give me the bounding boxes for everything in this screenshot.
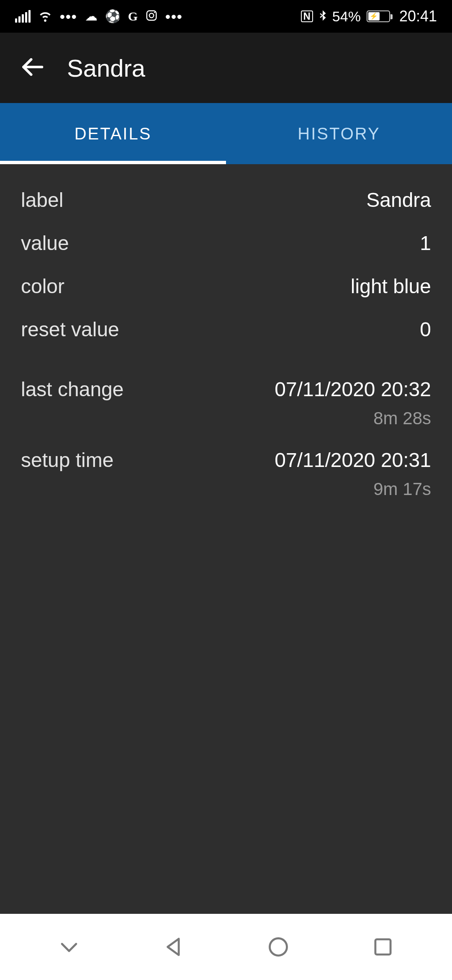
- row-last-change: last change 07/11/2020 20:32: [21, 368, 431, 411]
- circle-home-icon: [266, 935, 290, 959]
- square-recent-icon: [371, 935, 395, 959]
- row-value-key: value: [21, 232, 69, 255]
- row-label-key: label: [21, 188, 63, 211]
- row-setup-time-key: setup time: [21, 449, 113, 472]
- football-icon: ⚽: [105, 10, 121, 23]
- row-setup-time: setup time 07/11/2020 20:31: [21, 436, 431, 482]
- bluetooth-icon: [316, 9, 329, 24]
- row-value-value: 1: [420, 232, 431, 255]
- row-last-change-key: last change: [21, 378, 124, 401]
- app-bar: Sandra: [0, 33, 452, 103]
- svg-point-5: [270, 938, 287, 955]
- google-icon: G: [128, 10, 138, 23]
- tab-details[interactable]: DETAILS: [0, 103, 226, 164]
- page-title: Sandra: [67, 54, 145, 82]
- row-reset-value-value: 0: [420, 318, 431, 341]
- svg-point-1: [149, 13, 154, 18]
- back-button[interactable]: [19, 54, 45, 82]
- nfc-icon: N: [301, 10, 313, 22]
- battery-percent: 54%: [332, 8, 361, 25]
- row-label[interactable]: label Sandra: [21, 178, 431, 222]
- signal-icon: [15, 10, 31, 23]
- row-color-key: color: [21, 275, 64, 298]
- row-label-value: Sandra: [366, 188, 431, 211]
- row-setup-time-ago: 9m 17s: [21, 479, 431, 507]
- row-color-value: light blue: [351, 275, 431, 298]
- svg-marker-4: [168, 939, 179, 955]
- svg-rect-6: [375, 939, 390, 954]
- details-panel: label Sandra value 1 color light blue re…: [0, 164, 452, 914]
- status-clock: 20:41: [399, 8, 437, 25]
- chevron-down-icon: [57, 935, 81, 959]
- row-reset-value[interactable]: reset value 0: [21, 308, 431, 351]
- tab-history[interactable]: HISTORY: [226, 103, 452, 164]
- arrow-left-icon: [19, 54, 45, 80]
- nav-back-button[interactable]: [159, 932, 188, 962]
- battery-icon: ⚡: [367, 10, 390, 22]
- overflow-dots-icon: •••: [165, 8, 183, 25]
- nav-home-button[interactable]: [264, 932, 293, 962]
- svg-point-2: [154, 12, 155, 13]
- row-reset-key: reset value: [21, 318, 119, 341]
- row-value[interactable]: value 1: [21, 222, 431, 265]
- row-last-change-ago: 8m 28s: [21, 408, 431, 436]
- more-dots-icon: •••: [60, 8, 77, 25]
- row-setup-time-value: 07/11/2020 20:31: [275, 449, 431, 472]
- triangle-back-icon: [162, 935, 186, 959]
- system-nav-bar: [0, 914, 452, 980]
- nav-hide-keyboard-button[interactable]: [54, 932, 84, 962]
- tab-history-label: HISTORY: [298, 124, 380, 143]
- tab-bar: DETAILS HISTORY: [0, 103, 452, 164]
- tab-details-label: DETAILS: [74, 124, 152, 143]
- cloud-icon: ☁: [85, 10, 98, 23]
- status-bar: ••• ☁ ⚽ G ••• N 54% ⚡ 20:41: [0, 0, 452, 33]
- wifi-icon: [38, 8, 52, 25]
- instagram-icon: [145, 9, 158, 24]
- row-color[interactable]: color light blue: [21, 265, 431, 308]
- row-last-change-value: 07/11/2020 20:32: [275, 378, 431, 401]
- nav-recent-button[interactable]: [368, 932, 398, 962]
